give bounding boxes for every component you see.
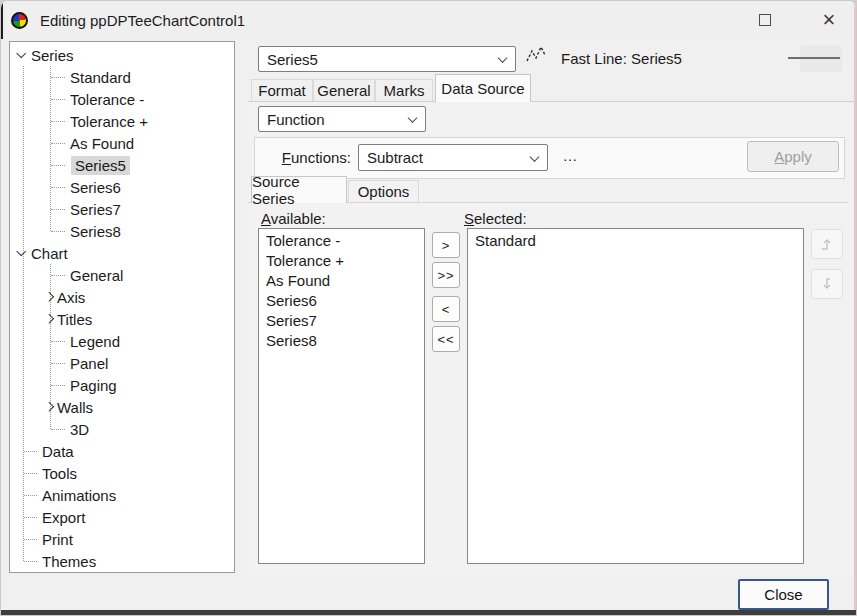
close-window-button[interactable]: × <box>807 4 851 36</box>
tree-item-3d[interactable]: 3D <box>10 418 234 440</box>
tree-item-panel[interactable]: Panel <box>10 352 234 374</box>
apply-button[interactable]: Apply <box>747 141 839 172</box>
tab-data-source[interactable]: Data Source <box>435 74 531 102</box>
chevron-right-icon <box>44 291 54 301</box>
datasource-style-combo[interactable]: Function <box>258 106 426 132</box>
step-down-icon <box>818 275 836 293</box>
add-button[interactable]: > <box>432 232 460 258</box>
series-line-preview <box>788 57 840 59</box>
list-item[interactable]: Tolerance - <box>259 231 424 251</box>
move-up-button[interactable] <box>811 229 843 259</box>
teechart-pie-icon <box>11 12 28 29</box>
maximize-icon <box>759 14 771 26</box>
chevron-down-icon <box>16 246 26 256</box>
tree-item-titles[interactable]: Titles <box>10 308 234 330</box>
chevron-right-icon <box>44 401 54 411</box>
tree-item-series6[interactable]: Series6 <box>10 176 234 198</box>
tree-item-themes[interactable]: Themes <box>10 550 234 572</box>
window-edge <box>1 1 3 39</box>
tree-item-general[interactable]: General <box>10 264 234 286</box>
tree-item-chart[interactable]: Chart <box>10 242 234 264</box>
selected-series-list: Standard <box>467 228 804 564</box>
list-item[interactable]: Tolerance + <box>259 251 424 271</box>
chart-editor-dialog: Editing ppDPTeeChartControl1 × Series St… <box>0 0 857 616</box>
tab-source-series[interactable]: Source Series <box>251 176 347 203</box>
tab-options[interactable]: Options <box>348 180 419 202</box>
step-up-icon <box>818 235 836 253</box>
close-icon: × <box>823 9 836 31</box>
available-series-list: Tolerance - Tolerance + As Found Series6… <box>258 228 425 564</box>
list-item[interactable]: Series8 <box>259 331 424 351</box>
maximize-button[interactable] <box>743 4 787 36</box>
tree-item-axis[interactable]: Axis <box>10 286 234 308</box>
titlebar: Editing ppDPTeeChartControl1 <box>1 1 856 39</box>
chevron-down-icon <box>498 53 508 63</box>
tab-general[interactable]: General <box>313 79 375 101</box>
tree-item-series5[interactable]: Series5 <box>10 154 234 176</box>
close-button[interactable]: Close <box>738 579 829 610</box>
chevron-down-icon <box>16 48 26 58</box>
fastline-zigzag-icon <box>526 45 548 69</box>
tab-format[interactable]: Format <box>251 79 313 101</box>
tree-item-data[interactable]: Data <box>10 440 234 462</box>
tab-marks[interactable]: Marks <box>375 79 433 101</box>
remove-button[interactable]: < <box>432 296 460 322</box>
tree-item-tolerance-plus[interactable]: Tolerance + <box>10 110 234 132</box>
chevron-right-icon <box>44 313 54 323</box>
tree-item-legend[interactable]: Legend <box>10 330 234 352</box>
window-edge <box>1 610 856 616</box>
tree-item-animations[interactable]: Animations <box>10 484 234 506</box>
window-edge <box>854 1 856 610</box>
series-selector-value: Series5 <box>267 51 318 68</box>
tree-item-walls[interactable]: Walls <box>10 396 234 418</box>
tree-item-tolerance-minus[interactable]: Tolerance - <box>10 88 234 110</box>
list-item[interactable]: Series7 <box>259 311 424 331</box>
move-down-button[interactable] <box>811 269 843 299</box>
list-item[interactable]: As Found <box>259 271 424 291</box>
chevron-down-icon <box>408 113 418 123</box>
selected-label: Selected: <box>464 210 527 227</box>
tree-item-series8[interactable]: Series8 <box>10 220 234 242</box>
series-type-label: Fast Line: Series5 <box>561 50 682 67</box>
tree-item-paging[interactable]: Paging <box>10 374 234 396</box>
remove-all-button[interactable]: << <box>432 326 460 352</box>
window-title: Editing ppDPTeeChartControl1 <box>40 12 245 29</box>
available-label: Available: <box>261 210 326 227</box>
add-all-button[interactable]: >> <box>432 262 460 288</box>
function-combo[interactable]: Subtract <box>358 144 548 171</box>
tree-item-as-found[interactable]: As Found <box>10 132 234 154</box>
chevron-down-icon <box>530 152 540 162</box>
tree-item-series7[interactable]: Series7 <box>10 198 234 220</box>
tree-item-print[interactable]: Print <box>10 528 234 550</box>
tree-item-export[interactable]: Export <box>10 506 234 528</box>
tree-item-series[interactable]: Series <box>10 44 234 66</box>
series-selector-combo[interactable]: Series5 <box>258 46 516 72</box>
list-item[interactable]: Standard <box>468 231 803 251</box>
functions-label: Functions: <box>256 144 351 171</box>
tree-item-tools[interactable]: Tools <box>10 462 234 484</box>
navigation-tree: Series Standard Tolerance - Tolerance + … <box>9 41 235 573</box>
datasource-style-value: Function <box>267 111 325 128</box>
list-item[interactable]: Series6 <box>259 291 424 311</box>
function-value: Subtract <box>367 149 423 166</box>
function-options-button[interactable]: … <box>557 144 583 171</box>
tree-item-standard[interactable]: Standard <box>10 66 234 88</box>
